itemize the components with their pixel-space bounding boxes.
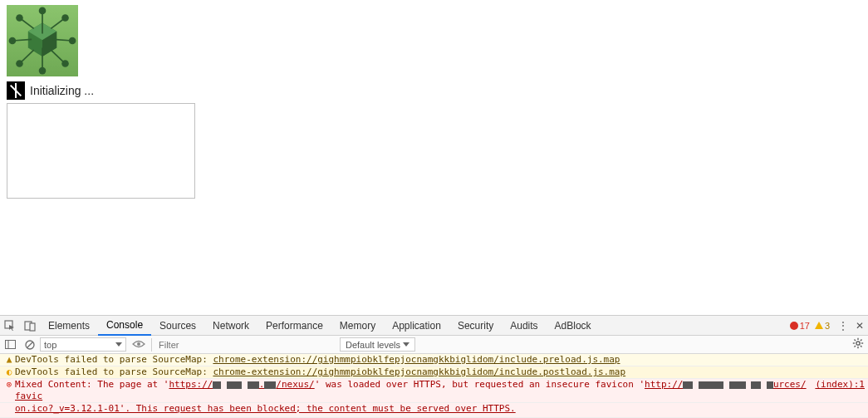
console-toolbar: top Default levels bbox=[0, 336, 868, 354]
console-settings-icon[interactable] bbox=[848, 337, 868, 352]
warning-icon: ◐ bbox=[3, 366, 15, 378]
svg-line-32 bbox=[855, 340, 856, 342]
source-map-link[interactable]: chrome-extension://gighmmpiobklfepjocnam… bbox=[213, 354, 620, 365]
svg-line-25 bbox=[27, 342, 33, 347]
inspect-element-icon[interactable] bbox=[0, 316, 20, 335]
log-row-error: ⊗ Mixed Content: The page at 'https:// .… bbox=[0, 379, 868, 403]
app-logo bbox=[7, 5, 78, 76]
log-row-warning: ◐ DevTools failed to parse SourceMap: ch… bbox=[0, 366, 868, 379]
live-expression-icon[interactable] bbox=[130, 339, 148, 351]
device-toolbar-icon[interactable] bbox=[20, 316, 40, 335]
error-icon: ⊗ bbox=[3, 379, 15, 402]
svg-rect-21 bbox=[30, 323, 35, 331]
log-message: DevTools failed to parse SourceMap: chro… bbox=[15, 366, 865, 378]
tab-adblock[interactable]: AdBlock bbox=[547, 316, 600, 335]
tab-security[interactable]: Security bbox=[449, 316, 502, 335]
error-icon: ⊗ bbox=[3, 415, 15, 417]
loading-spinner-icon bbox=[7, 81, 25, 100]
svg-line-15 bbox=[19, 17, 33, 28]
error-count-value: 17 bbox=[800, 321, 810, 331]
tab-sources[interactable]: Sources bbox=[151, 316, 204, 335]
clear-console-icon[interactable] bbox=[20, 336, 40, 353]
warn-count-badge[interactable]: 3 bbox=[813, 321, 835, 331]
log-row-error: ⊗ bbox=[0, 415, 868, 418]
log-levels-label: Default levels bbox=[346, 340, 400, 350]
svg-line-18 bbox=[51, 50, 65, 63]
chevron-down-icon bbox=[115, 342, 122, 347]
log-levels-select[interactable]: Default levels bbox=[340, 337, 415, 352]
log-source-link[interactable]: (index):1 bbox=[808, 379, 865, 402]
execution-context-value: top bbox=[44, 340, 56, 350]
svg-line-16 bbox=[51, 17, 65, 28]
tab-elements[interactable]: Elements bbox=[40, 316, 98, 335]
content-placeholder bbox=[7, 103, 195, 199]
svg-rect-22 bbox=[5, 341, 15, 349]
log-message: Mixed Content: The page at 'https:// ./n… bbox=[15, 379, 808, 402]
tab-console[interactable]: Console bbox=[98, 317, 151, 336]
log-row-error-continuation: on.ico?_v=3.12.1-01'. This request has b… bbox=[0, 403, 868, 415]
tab-application[interactable]: Application bbox=[384, 316, 449, 335]
loading-status-text: Initializing ... bbox=[30, 84, 94, 97]
console-log-area: ▲ DevTools failed to parse SourceMap: ch… bbox=[0, 354, 868, 418]
devtools-close-icon[interactable]: ✕ bbox=[851, 320, 868, 332]
log-row-warning: ▲ DevTools failed to parse SourceMap: ch… bbox=[0, 354, 868, 366]
svg-point-26 bbox=[137, 342, 140, 346]
log-message: DevTools failed to parse SourceMap: chro… bbox=[15, 354, 865, 366]
chevron-down-icon bbox=[403, 342, 409, 347]
devtools-tab-bar: Elements Console Sources Network Perform… bbox=[0, 316, 868, 336]
svg-line-33 bbox=[861, 346, 862, 347]
log-message: on.ico?_v=3.12.1-01'. This request has b… bbox=[15, 403, 865, 415]
execution-context-select[interactable]: top bbox=[40, 337, 126, 352]
warning-icon: ▲ bbox=[3, 354, 15, 366]
svg-line-34 bbox=[855, 346, 856, 347]
console-sidebar-toggle-icon[interactable] bbox=[0, 336, 20, 353]
console-filter-input[interactable] bbox=[155, 338, 340, 352]
error-count-badge[interactable]: 17 bbox=[787, 321, 813, 331]
tab-network[interactable]: Network bbox=[204, 316, 257, 335]
svg-line-35 bbox=[861, 340, 862, 342]
tab-memory[interactable]: Memory bbox=[331, 316, 384, 335]
source-map-link[interactable]: chrome-extension://gighmmpiobklfepjocnam… bbox=[213, 366, 625, 377]
warn-count-value: 3 bbox=[825, 321, 830, 331]
devtools-panel: Elements Console Sources Network Perform… bbox=[0, 315, 868, 418]
svg-point-27 bbox=[856, 342, 860, 345]
tab-audits[interactable]: Audits bbox=[502, 316, 546, 335]
tab-performance[interactable]: Performance bbox=[257, 316, 331, 335]
devtools-menu-icon[interactable]: ⋮ bbox=[835, 320, 851, 332]
svg-line-17 bbox=[19, 50, 33, 63]
